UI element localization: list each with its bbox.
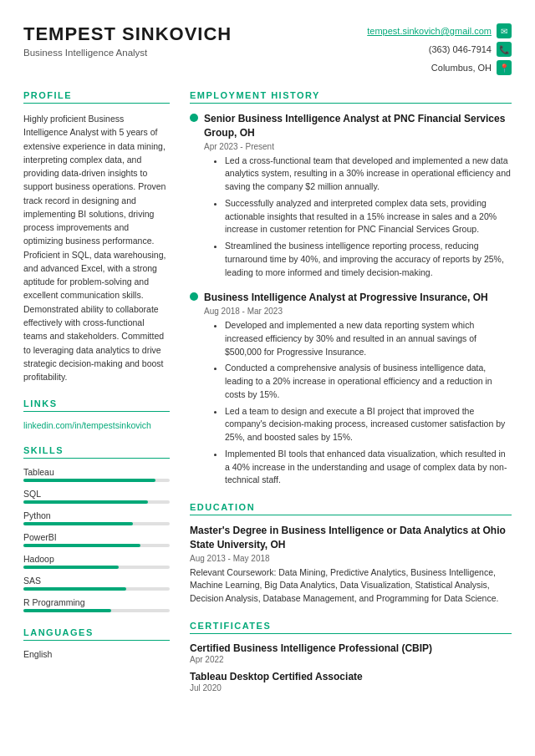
- right-column: EMPLOYMENT HISTORY Senior Business Intel…: [190, 90, 512, 699]
- skill-item: Python: [23, 510, 170, 525]
- skill-label: R Programming: [23, 597, 170, 607]
- skill-bar-background: [23, 587, 170, 591]
- profile-text: Highly proficient Business Intelligence …: [23, 112, 170, 383]
- skill-label: SAS: [23, 576, 170, 586]
- skill-bar-background: [23, 500, 170, 504]
- header: TEMPEST SINKOVICH Business Intelligence …: [0, 0, 535, 90]
- skill-item: SQL: [23, 489, 170, 504]
- location-icon: 📍: [497, 60, 512, 75]
- profile-section-title: PROFILE: [23, 90, 170, 104]
- links-section-title: LINKS: [23, 398, 170, 412]
- job-entry: Senior Business Intelligence Analyst at …: [190, 112, 512, 279]
- job-title: Senior Business Intelligence Analyst at …: [190, 112, 512, 140]
- email-link[interactable]: tempest.sinkovich@gmail.com: [367, 26, 492, 36]
- applicant-title: Business Intelligence Analyst: [23, 48, 232, 58]
- skill-item: R Programming: [23, 597, 170, 612]
- phone-row: (363) 046-7914 📞: [429, 42, 512, 57]
- certificate-date: Apr 2022: [190, 655, 512, 664]
- skill-bar-fill: [23, 479, 155, 482]
- bullet-point: Streamlined the business intelligence re…: [225, 240, 512, 279]
- links-section: linkedin.com/in/tempestsinkovich: [23, 420, 170, 430]
- job-dates: Aug 2018 - Mar 2023: [204, 307, 512, 316]
- linkedin-link[interactable]: linkedin.com/in/tempestsinkovich: [23, 420, 151, 430]
- skill-label: SQL: [23, 489, 170, 499]
- job-entry: Business Intelligence Analyst at Progres…: [190, 291, 512, 487]
- skill-item: Hadoop: [23, 554, 170, 569]
- skill-bar-background: [23, 544, 170, 547]
- skill-item: SAS: [23, 576, 170, 591]
- left-column: PROFILE Highly proficient Business Intel…: [23, 90, 170, 699]
- certificate-title: Certified Business Intelligence Professi…: [190, 642, 512, 654]
- header-left: TEMPEST SINKOVICH Business Intelligence …: [23, 23, 232, 58]
- skills-list: Tableau SQL Python PowerBI Hadoop SAS R …: [23, 467, 170, 612]
- phone-icon: 📞: [497, 42, 512, 57]
- skill-bar-background: [23, 522, 170, 525]
- skill-bar-background: [23, 566, 170, 569]
- job-dates: Apr 2023 - Present: [204, 142, 512, 151]
- skill-label: Hadoop: [23, 554, 170, 564]
- skills-section-title: SKILLS: [23, 445, 170, 459]
- skill-label: PowerBI: [23, 532, 170, 542]
- skill-bar-fill: [23, 609, 111, 612]
- education-title: Master's Degree in Business Intelligence…: [190, 524, 512, 552]
- header-right: tempest.sinkovich@gmail.com ✉ (363) 046-…: [367, 23, 512, 75]
- skill-bar-fill: [23, 587, 126, 591]
- certificate-title: Tableau Desktop Certified Associate: [190, 671, 512, 682]
- skill-bar-background: [23, 479, 170, 482]
- education-list: Master's Degree in Business Intelligence…: [190, 524, 512, 606]
- applicant-name: TEMPEST SINKOVICH: [23, 23, 232, 45]
- skill-item: PowerBI: [23, 532, 170, 547]
- location-row: Columbus, OH 📍: [431, 60, 512, 75]
- skill-label: Python: [23, 510, 170, 520]
- skill-item: Tableau: [23, 467, 170, 482]
- bullet-point: Conducted a comprehensive analysis of bu…: [225, 362, 512, 401]
- job-dot: [190, 292, 198, 301]
- job-title: Business Intelligence Analyst at Progres…: [190, 291, 512, 305]
- bullet-point: Implemented BI tools that enhanced data …: [225, 448, 512, 487]
- email-row: tempest.sinkovich@gmail.com ✉: [367, 23, 512, 38]
- certificate-entry: Tableau Desktop Certified Associate Jul …: [190, 671, 512, 693]
- bullet-point: Developed and implemented a new data rep…: [225, 319, 512, 358]
- phone-number: (363) 046-7914: [429, 44, 492, 54]
- certificate-entry: Certified Business Intelligence Professi…: [190, 642, 512, 664]
- job-dot: [190, 114, 198, 122]
- skill-label: Tableau: [23, 467, 170, 477]
- job-bullets: Developed and implemented a new data rep…: [213, 319, 512, 487]
- education-entry: Master's Degree in Business Intelligence…: [190, 524, 512, 606]
- skill-bar-fill: [23, 544, 140, 547]
- bullet-point: Led a cross-functional team that develop…: [225, 155, 512, 194]
- certificate-date: Jul 2020: [190, 683, 512, 693]
- main-content: PROFILE Highly proficient Business Intel…: [0, 90, 535, 723]
- education-coursework: Relevant Coursework: Data Mining, Predic…: [190, 566, 512, 606]
- languages-section-title: LANGUAGES: [23, 627, 170, 641]
- employment-section-title: EMPLOYMENT HISTORY: [190, 90, 512, 104]
- location-text: Columbus, OH: [431, 63, 492, 73]
- employment-list: Senior Business Intelligence Analyst at …: [190, 112, 512, 487]
- resume: TEMPEST SINKOVICH Business Intelligence …: [0, 0, 535, 723]
- job-bullets: Led a cross-functional team that develop…: [213, 155, 512, 280]
- skill-bar-background: [23, 609, 170, 612]
- certificates-section-title: CERTIFICATES: [190, 621, 512, 634]
- bullet-point: Led a team to design and execute a BI pr…: [225, 405, 512, 444]
- skill-bar-fill: [23, 566, 119, 569]
- certificates-list: Certified Business Intelligence Professi…: [190, 642, 512, 693]
- education-section-title: EDUCATION: [190, 502, 512, 515]
- language-english: English: [23, 649, 170, 659]
- email-icon: ✉: [497, 23, 512, 38]
- education-dates: Aug 2013 - May 2018: [190, 554, 512, 563]
- skill-bar-fill: [23, 500, 148, 504]
- skill-bar-fill: [23, 522, 133, 525]
- bullet-point: Successfully analyzed and interpreted co…: [225, 197, 512, 236]
